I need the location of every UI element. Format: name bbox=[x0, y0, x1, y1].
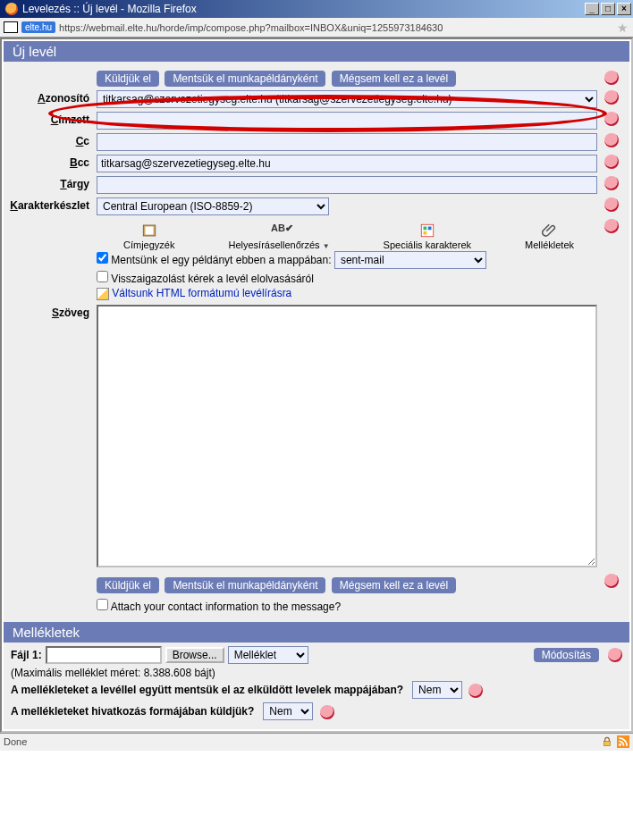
help-icon[interactable] bbox=[604, 155, 619, 169]
max-size-text: (Maximális melléklet méret: 8.388.608 bá… bbox=[11, 664, 622, 679]
help-icon[interactable] bbox=[604, 197, 619, 212]
body-label: Szöveg bbox=[5, 303, 95, 572]
bcc-label: Bcc bbox=[5, 153, 95, 174]
read-receipt-label: Visszaigazolást kérek a levél elolvasásá… bbox=[111, 273, 314, 285]
cancel-button-bottom[interactable]: Mégsem kell ez a levél bbox=[332, 577, 456, 593]
attachments-header: Mellékletek bbox=[4, 622, 629, 643]
paperclip-icon bbox=[542, 223, 558, 239]
save-attachments-select[interactable]: Nem bbox=[412, 681, 462, 699]
sent-folder-select[interactable]: sent-mail bbox=[334, 251, 486, 269]
help-icon[interactable] bbox=[604, 71, 619, 85]
cc-input[interactable] bbox=[97, 133, 597, 151]
compose-header: Új levél bbox=[4, 41, 629, 62]
url-text[interactable]: https://webmail.elte.hu/horde/imp/compos… bbox=[59, 22, 612, 33]
special-chars-button[interactable]: Speciális karakterek bbox=[384, 223, 471, 250]
subject-label: Tárgy bbox=[5, 174, 95, 196]
html-compose-link[interactable]: Váltsunk HTML formátumú levélírásra bbox=[112, 287, 291, 299]
svg-rect-5 bbox=[423, 231, 426, 235]
attachment-type-select[interactable]: Melléklet bbox=[228, 646, 308, 664]
feed-icon[interactable] bbox=[617, 735, 629, 748]
svg-rect-3 bbox=[423, 227, 426, 231]
addressbook-label: Címjegyzék bbox=[123, 239, 174, 250]
file1-label: Fájl 1: bbox=[11, 649, 42, 661]
svg-rect-1 bbox=[145, 227, 153, 235]
special-chars-icon bbox=[419, 223, 435, 239]
help-icon[interactable] bbox=[320, 705, 334, 719]
help-icon[interactable] bbox=[468, 684, 483, 698]
edit-icon bbox=[97, 288, 109, 300]
svg-rect-2 bbox=[421, 224, 434, 237]
link-attachments-question: A mellékleteket hivatkozás formájában kü… bbox=[11, 705, 254, 718]
file1-input[interactable] bbox=[46, 646, 162, 664]
identity-select[interactable]: titkarsag@szervezetiegyseg.elte.hu (titk… bbox=[97, 90, 597, 108]
link-attachments-select[interactable]: Nem bbox=[263, 702, 313, 720]
bcc-input[interactable] bbox=[97, 155, 597, 172]
attach-contact-checkbox[interactable] bbox=[97, 599, 108, 610]
browse-button[interactable]: Browse... bbox=[165, 647, 224, 663]
help-icon[interactable] bbox=[604, 133, 619, 147]
cc-label: Cc bbox=[5, 131, 95, 153]
status-text: Done bbox=[4, 736, 27, 747]
firefox-icon bbox=[5, 3, 18, 15]
help-icon[interactable] bbox=[604, 574, 619, 588]
window-title: Levelezés :: Új levél - Mozilla Firefox bbox=[22, 3, 197, 15]
save-sent-label: Mentsünk el egy példányt ebben a mappába… bbox=[111, 254, 331, 266]
chevron-down-icon: ▼ bbox=[323, 242, 330, 250]
modify-button[interactable]: Módosítás bbox=[534, 648, 599, 662]
addressbook-button[interactable]: Címjegyzék bbox=[123, 223, 174, 250]
status-bar: Done bbox=[0, 733, 633, 751]
identity-label: Azonosító bbox=[5, 88, 95, 110]
site-badge: elte.hu bbox=[21, 21, 55, 33]
svg-rect-4 bbox=[428, 227, 432, 231]
send-button-bottom[interactable]: Küldjük el bbox=[97, 577, 159, 593]
special-chars-label: Speciális karakterek bbox=[384, 239, 471, 250]
mail-icon bbox=[4, 21, 18, 33]
spellcheck-label: Helyesírásellenőrzés bbox=[228, 239, 319, 250]
help-icon[interactable] bbox=[604, 219, 619, 233]
help-icon[interactable] bbox=[604, 112, 619, 126]
help-icon[interactable] bbox=[608, 648, 622, 662]
svg-point-8 bbox=[619, 743, 621, 746]
subject-input[interactable] bbox=[97, 176, 597, 194]
page-body: Új levél Küldjük el Mentsük el munkapéld… bbox=[0, 38, 633, 733]
svg-rect-7 bbox=[617, 735, 629, 748]
body-textarea[interactable] bbox=[97, 305, 597, 567]
spellcheck-button[interactable]: AB✔ Helyesírásellenőrzés ▼ bbox=[228, 223, 329, 250]
addressbook-icon bbox=[141, 223, 157, 239]
address-bar: elte.hu https://webmail.elte.hu/horde/im… bbox=[0, 18, 633, 38]
help-icon[interactable] bbox=[604, 176, 619, 190]
window-titlebar: Levelezés :: Új levél - Mozilla Firefox … bbox=[0, 0, 633, 18]
svg-rect-6 bbox=[604, 742, 611, 746]
to-label: Címzett bbox=[5, 110, 95, 131]
maximize-button[interactable]: □ bbox=[601, 3, 615, 15]
attach-contact-label: Attach your contact information to the m… bbox=[111, 601, 341, 613]
help-icon[interactable] bbox=[604, 90, 619, 105]
save-sent-checkbox[interactable] bbox=[97, 252, 108, 264]
spellcheck-icon: AB✔ bbox=[271, 223, 287, 239]
minimize-button[interactable]: _ bbox=[585, 3, 599, 15]
save-draft-button-bottom[interactable]: Mentsük el munkapéldányként bbox=[165, 577, 325, 593]
send-button[interactable]: Küldjük el bbox=[97, 71, 159, 87]
attachments-label: Mellékletek bbox=[525, 239, 574, 250]
attachments-button[interactable]: Mellékletek bbox=[525, 223, 574, 250]
charset-select[interactable]: Central European (ISO-8859-2) bbox=[97, 197, 329, 215]
charset-label: Karakterkészlet bbox=[5, 196, 95, 217]
bookmark-star-icon[interactable]: ★ bbox=[615, 21, 629, 35]
save-attachments-question: A mellékleteket a levéllel együtt mentsü… bbox=[11, 684, 403, 696]
lock-icon bbox=[601, 735, 613, 748]
read-receipt-checkbox[interactable] bbox=[97, 271, 108, 282]
save-draft-button[interactable]: Mentsük el munkapéldányként bbox=[165, 71, 325, 87]
cancel-button[interactable]: Mégsem kell ez a levél bbox=[332, 71, 456, 87]
close-button[interactable]: × bbox=[617, 3, 631, 15]
to-input[interactable] bbox=[97, 112, 597, 130]
